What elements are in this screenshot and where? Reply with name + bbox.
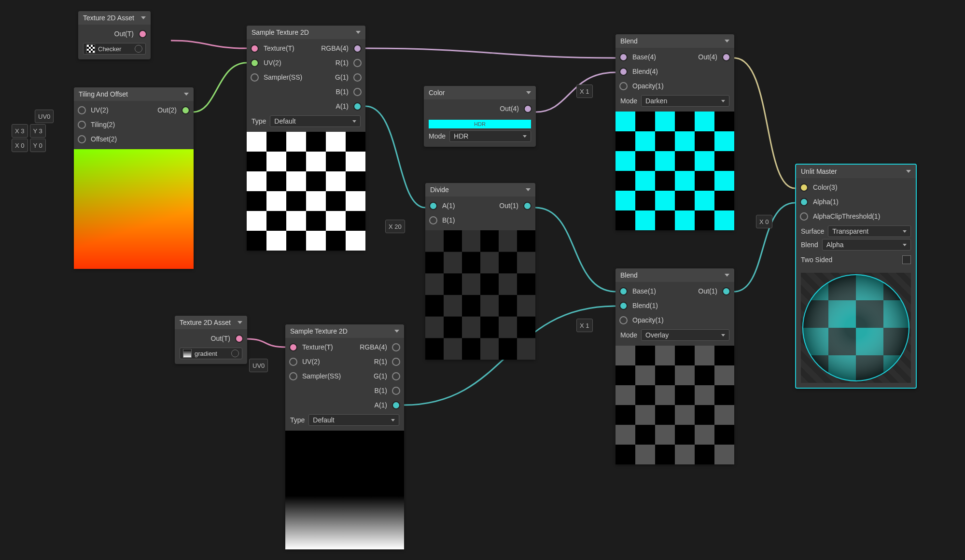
object-picker-icon[interactable] <box>231 350 239 357</box>
input-port-texture[interactable] <box>251 44 259 53</box>
alphaclip-field[interactable]: X 0 <box>756 215 772 228</box>
output-port[interactable] <box>139 30 147 38</box>
output-port[interactable] <box>182 106 190 114</box>
chevron-down-icon[interactable] <box>356 31 361 34</box>
node-tiling-and-offset[interactable]: Tiling And Offset UV(2) Out(2) Tiling(2)… <box>74 87 194 269</box>
input-port-uv[interactable] <box>78 106 86 114</box>
node-blend-1[interactable]: Blend Base(4)Out(4) Blend(4) Opacity(1) … <box>615 34 734 230</box>
chevron-down-icon[interactable] <box>526 188 531 191</box>
field-value[interactable]: X 20 <box>385 220 405 233</box>
divide-b-field[interactable]: X 20 <box>385 220 405 233</box>
chevron-down-icon[interactable] <box>725 274 729 277</box>
node-header[interactable]: Blend <box>615 34 734 48</box>
color-swatch[interactable]: HDR <box>429 120 531 128</box>
type-dropdown[interactable]: TypeDefault <box>290 414 399 426</box>
node-sample-texture-2d-1[interactable]: Sample Texture 2D Texture(T)RGBA(4) UV(2… <box>247 26 365 251</box>
node-header[interactable]: Sample Texture 2D <box>247 26 365 39</box>
type-dropdown[interactable]: TypeDefault <box>252 115 361 127</box>
input-port-opacity[interactable] <box>619 316 628 324</box>
chevron-down-icon[interactable] <box>906 170 911 173</box>
field-value[interactable]: X 0 <box>756 215 772 228</box>
node-sample-texture-2d-2[interactable]: Sample Texture 2D Texture(T)RGBA(4) UV(2… <box>285 324 404 549</box>
output-port[interactable] <box>235 335 243 343</box>
asset-picker[interactable]: gradient <box>180 348 242 359</box>
input-port-offset[interactable] <box>78 135 86 143</box>
chevron-down-icon[interactable] <box>184 93 189 96</box>
chevron-down-icon[interactable] <box>394 330 399 333</box>
node-header[interactable]: Sample Texture 2D <box>285 324 404 338</box>
object-picker-icon[interactable] <box>135 45 142 53</box>
node-title: Unlit Master <box>801 168 837 175</box>
input-port-blend[interactable] <box>619 302 628 310</box>
input-port-alpha[interactable] <box>800 198 808 206</box>
output-port-r[interactable] <box>353 59 362 67</box>
port-label: Opacity(1) <box>629 82 667 90</box>
output-port[interactable] <box>722 287 730 295</box>
uv-dropdown[interactable]: UV0 <box>35 110 54 123</box>
node-texture2d-asset-2[interactable]: Texture 2D Asset Out(T) gradient <box>175 316 247 364</box>
input-port-a[interactable] <box>429 202 437 210</box>
input-port-sampler[interactable] <box>289 372 297 380</box>
output-port[interactable] <box>722 53 730 61</box>
field-x[interactable]: X 0 <box>12 139 28 152</box>
output-port-b[interactable] <box>353 88 362 96</box>
input-port-uv[interactable] <box>289 358 297 366</box>
output-port-a[interactable] <box>392 401 400 409</box>
tiling-fields[interactable]: X 3Y 3 <box>12 125 46 137</box>
input-port-alphaclip[interactable] <box>800 212 808 221</box>
output-port-b[interactable] <box>392 387 400 395</box>
mode-dropdown[interactable]: ModeHDR <box>429 130 531 142</box>
offset-fields[interactable]: X 0Y 0 <box>12 139 46 152</box>
output-port[interactable] <box>523 202 531 210</box>
two-sided-toggle[interactable] <box>902 255 911 264</box>
output-port-rgba[interactable] <box>353 44 362 53</box>
port-label: Out(4) <box>695 53 720 61</box>
input-port-base[interactable] <box>619 287 628 295</box>
input-port-base[interactable] <box>619 53 628 61</box>
input-port-texture[interactable] <box>289 343 297 351</box>
field-value[interactable]: X 1 <box>576 319 593 332</box>
chevron-down-icon[interactable] <box>725 40 729 42</box>
mode-dropdown[interactable]: ModeOverlay <box>620 329 729 341</box>
chevron-down-icon[interactable] <box>238 321 242 324</box>
node-header[interactable]: Color <box>424 86 536 99</box>
node-unlit-master[interactable]: Unlit Master Color(3) Alpha(1) AlphaClip… <box>795 164 917 389</box>
input-port-uv[interactable] <box>251 59 259 67</box>
field-value[interactable]: X 1 <box>576 84 593 98</box>
node-header[interactable]: Tiling And Offset <box>74 87 194 101</box>
output-port[interactable] <box>524 105 532 113</box>
node-header[interactable]: Divide <box>425 183 535 196</box>
output-port-r[interactable] <box>392 358 400 366</box>
node-header[interactable]: Texture 2D Asset <box>78 11 151 25</box>
node-blend-2[interactable]: Blend Base(1)Out(1) Blend(1) Opacity(1) … <box>615 268 734 464</box>
input-port-b[interactable] <box>429 216 437 224</box>
input-port-tiling[interactable] <box>78 121 86 129</box>
input-port-sampler[interactable] <box>251 73 259 82</box>
node-color[interactable]: Color Out(4) HDR ModeHDR <box>424 86 536 147</box>
mode-dropdown[interactable]: ModeDarken <box>620 95 729 107</box>
field-x[interactable]: X 3 <box>12 124 28 138</box>
output-port-g[interactable] <box>392 372 400 380</box>
input-port-opacity[interactable] <box>619 82 628 90</box>
chevron-down-icon[interactable] <box>141 16 146 19</box>
node-header[interactable]: Unlit Master <box>796 165 916 178</box>
asset-name: gradient <box>195 350 217 357</box>
node-divide[interactable]: Divide A(1)Out(1) B(1) <box>425 183 535 360</box>
blend-dropdown[interactable]: BlendAlpha <box>801 239 911 251</box>
uv-dropdown-2[interactable]: UV0 <box>249 359 268 372</box>
blend1-opacity-field[interactable]: X 1 <box>576 85 593 98</box>
node-header[interactable]: Texture 2D Asset <box>175 316 247 329</box>
input-port-color[interactable] <box>800 183 808 192</box>
field-y[interactable]: Y 3 <box>30 124 46 138</box>
node-header[interactable]: Blend <box>615 268 734 282</box>
output-port-rgba[interactable] <box>392 343 400 351</box>
input-port-blend[interactable] <box>619 68 628 76</box>
asset-picker[interactable]: Checker <box>83 43 146 55</box>
chevron-down-icon[interactable] <box>526 91 531 94</box>
surface-dropdown[interactable]: SurfaceTransparent <box>801 225 911 237</box>
node-texture2d-asset-1[interactable]: Texture 2D Asset Out(T) Checker <box>78 11 151 59</box>
output-port-g[interactable] <box>353 73 362 82</box>
field-y[interactable]: Y 0 <box>30 139 46 152</box>
output-port-a[interactable] <box>353 102 362 111</box>
blend2-opacity-field[interactable]: X 1 <box>576 319 593 332</box>
